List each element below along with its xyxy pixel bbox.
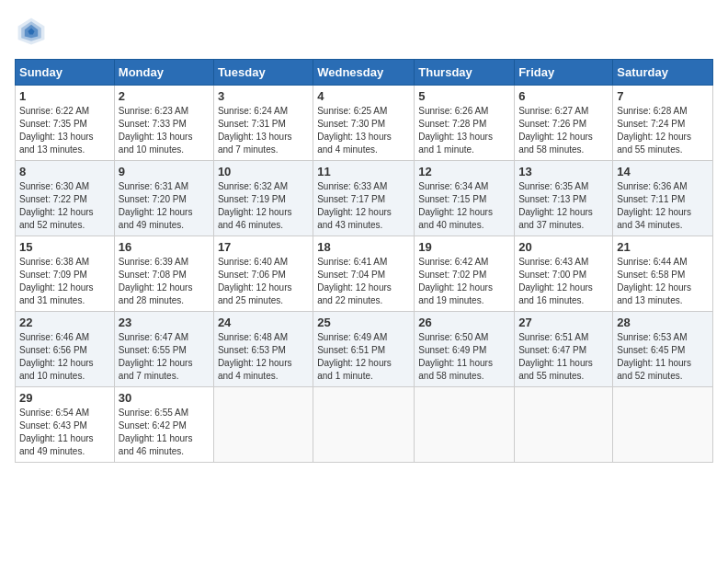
calendar-week-row: 29Sunrise: 6:54 AM Sunset: 6:43 PM Dayli… xyxy=(16,387,713,463)
day-info: Sunrise: 6:54 AM Sunset: 6:43 PM Dayligh… xyxy=(19,407,110,458)
day-info: Sunrise: 6:43 AM Sunset: 7:00 PM Dayligh… xyxy=(518,256,609,307)
logo-icon xyxy=(15,15,48,48)
day-number: 17 xyxy=(218,240,309,254)
day-number: 12 xyxy=(418,165,510,178)
calendar-week-row: 15Sunrise: 6:38 AM Sunset: 7:09 PM Dayli… xyxy=(16,236,713,312)
calendar-cell: 18Sunrise: 6:41 AM Sunset: 7:04 PM Dayli… xyxy=(313,236,415,312)
day-info: Sunrise: 6:24 AM Sunset: 7:31 PM Dayligh… xyxy=(218,105,309,156)
day-info: Sunrise: 6:55 AM Sunset: 6:42 PM Dayligh… xyxy=(119,407,210,458)
day-info: Sunrise: 6:26 AM Sunset: 7:28 PM Dayligh… xyxy=(418,105,510,156)
day-info: Sunrise: 6:51 AM Sunset: 6:47 PM Dayligh… xyxy=(518,331,609,383)
day-info: Sunrise: 6:32 AM Sunset: 7:19 PM Dayligh… xyxy=(218,180,309,232)
day-number: 1 xyxy=(19,89,110,103)
day-number: 23 xyxy=(119,316,210,329)
day-info: Sunrise: 6:44 AM Sunset: 6:58 PM Dayligh… xyxy=(617,256,709,307)
day-info: Sunrise: 6:53 AM Sunset: 6:45 PM Dayligh… xyxy=(617,331,709,383)
calendar-cell: 19Sunrise: 6:42 AM Sunset: 7:02 PM Dayli… xyxy=(415,236,515,312)
day-number: 16 xyxy=(119,240,210,254)
day-number: 8 xyxy=(19,165,110,178)
calendar-cell: 23Sunrise: 6:47 AM Sunset: 6:55 PM Dayli… xyxy=(114,312,213,387)
day-info: Sunrise: 6:47 AM Sunset: 6:55 PM Dayligh… xyxy=(119,331,210,383)
calendar-cell: 27Sunrise: 6:51 AM Sunset: 6:47 PM Dayli… xyxy=(515,312,613,387)
calendar-cell: 21Sunrise: 6:44 AM Sunset: 6:58 PM Dayli… xyxy=(613,236,713,312)
day-info: Sunrise: 6:42 AM Sunset: 7:02 PM Dayligh… xyxy=(418,256,510,307)
calendar-cell: 9Sunrise: 6:31 AM Sunset: 7:20 PM Daylig… xyxy=(114,161,213,236)
day-number: 26 xyxy=(418,316,510,329)
day-info: Sunrise: 6:38 AM Sunset: 7:09 PM Dayligh… xyxy=(19,256,110,307)
col-tuesday: Tuesday xyxy=(213,60,313,86)
calendar-cell: 3Sunrise: 6:24 AM Sunset: 7:31 PM Daylig… xyxy=(213,86,313,161)
calendar-cell xyxy=(313,387,415,463)
col-thursday: Thursday xyxy=(415,60,515,86)
day-info: Sunrise: 6:22 AM Sunset: 7:35 PM Dayligh… xyxy=(19,105,110,156)
logo xyxy=(15,15,51,48)
day-info: Sunrise: 6:23 AM Sunset: 7:33 PM Dayligh… xyxy=(119,105,210,156)
calendar-cell: 11Sunrise: 6:33 AM Sunset: 7:17 PM Dayli… xyxy=(313,161,415,236)
page-header xyxy=(15,15,713,48)
day-info: Sunrise: 6:34 AM Sunset: 7:15 PM Dayligh… xyxy=(418,180,510,232)
day-info: Sunrise: 6:49 AM Sunset: 6:51 PM Dayligh… xyxy=(317,331,410,383)
calendar-cell: 16Sunrise: 6:39 AM Sunset: 7:08 PM Dayli… xyxy=(114,236,213,312)
day-number: 5 xyxy=(418,89,510,103)
calendar-cell: 30Sunrise: 6:55 AM Sunset: 6:42 PM Dayli… xyxy=(114,387,213,463)
calendar-table: Sunday Monday Tuesday Wednesday Thursday… xyxy=(15,59,713,463)
col-saturday: Saturday xyxy=(613,60,713,86)
day-number: 13 xyxy=(518,165,609,178)
day-info: Sunrise: 6:41 AM Sunset: 7:04 PM Dayligh… xyxy=(317,256,410,307)
day-number: 27 xyxy=(518,316,609,329)
calendar-cell: 26Sunrise: 6:50 AM Sunset: 6:49 PM Dayli… xyxy=(415,312,515,387)
calendar-cell xyxy=(613,387,713,463)
calendar-cell: 25Sunrise: 6:49 AM Sunset: 6:51 PM Dayli… xyxy=(313,312,415,387)
col-friday: Friday xyxy=(515,60,613,86)
day-info: Sunrise: 6:35 AM Sunset: 7:13 PM Dayligh… xyxy=(518,180,609,232)
calendar-cell: 10Sunrise: 6:32 AM Sunset: 7:19 PM Dayli… xyxy=(213,161,313,236)
calendar-cell: 6Sunrise: 6:27 AM Sunset: 7:26 PM Daylig… xyxy=(515,86,613,161)
day-info: Sunrise: 6:46 AM Sunset: 6:56 PM Dayligh… xyxy=(19,331,110,383)
calendar-cell: 14Sunrise: 6:36 AM Sunset: 7:11 PM Dayli… xyxy=(613,161,713,236)
calendar-cell: 24Sunrise: 6:48 AM Sunset: 6:53 PM Dayli… xyxy=(213,312,313,387)
calendar-cell: 7Sunrise: 6:28 AM Sunset: 7:24 PM Daylig… xyxy=(613,86,713,161)
calendar-cell: 4Sunrise: 6:25 AM Sunset: 7:30 PM Daylig… xyxy=(313,86,415,161)
calendar-cell: 15Sunrise: 6:38 AM Sunset: 7:09 PM Dayli… xyxy=(16,236,115,312)
day-number: 14 xyxy=(617,165,709,178)
calendar-cell: 28Sunrise: 6:53 AM Sunset: 6:45 PM Dayli… xyxy=(613,312,713,387)
calendar-cell xyxy=(213,387,313,463)
day-info: Sunrise: 6:31 AM Sunset: 7:20 PM Dayligh… xyxy=(119,180,210,232)
day-number: 6 xyxy=(518,89,609,103)
col-wednesday: Wednesday xyxy=(313,60,415,86)
calendar-week-row: 1Sunrise: 6:22 AM Sunset: 7:35 PM Daylig… xyxy=(16,86,713,161)
calendar-cell: 12Sunrise: 6:34 AM Sunset: 7:15 PM Dayli… xyxy=(415,161,515,236)
day-number: 22 xyxy=(19,316,110,329)
calendar-header-row: Sunday Monday Tuesday Wednesday Thursday… xyxy=(16,60,713,86)
day-number: 28 xyxy=(617,316,709,329)
calendar-cell: 5Sunrise: 6:26 AM Sunset: 7:28 PM Daylig… xyxy=(415,86,515,161)
day-number: 15 xyxy=(19,240,110,254)
day-info: Sunrise: 6:33 AM Sunset: 7:17 PM Dayligh… xyxy=(317,180,410,232)
day-number: 18 xyxy=(317,240,410,254)
day-number: 7 xyxy=(617,89,709,103)
calendar-cell: 17Sunrise: 6:40 AM Sunset: 7:06 PM Dayli… xyxy=(213,236,313,312)
day-number: 3 xyxy=(218,89,309,103)
day-info: Sunrise: 6:28 AM Sunset: 7:24 PM Dayligh… xyxy=(617,105,709,156)
day-number: 21 xyxy=(617,240,709,254)
day-number: 29 xyxy=(19,391,110,405)
day-number: 20 xyxy=(518,240,609,254)
day-info: Sunrise: 6:50 AM Sunset: 6:49 PM Dayligh… xyxy=(418,331,510,383)
day-number: 11 xyxy=(317,165,410,178)
calendar-week-row: 8Sunrise: 6:30 AM Sunset: 7:22 PM Daylig… xyxy=(16,161,713,236)
col-monday: Monday xyxy=(114,60,213,86)
calendar-cell: 2Sunrise: 6:23 AM Sunset: 7:33 PM Daylig… xyxy=(114,86,213,161)
day-number: 4 xyxy=(317,89,410,103)
day-number: 10 xyxy=(218,165,309,178)
day-info: Sunrise: 6:25 AM Sunset: 7:30 PM Dayligh… xyxy=(317,105,410,156)
calendar-cell xyxy=(515,387,613,463)
calendar-cell: 22Sunrise: 6:46 AM Sunset: 6:56 PM Dayli… xyxy=(16,312,115,387)
calendar-week-row: 22Sunrise: 6:46 AM Sunset: 6:56 PM Dayli… xyxy=(16,312,713,387)
day-number: 25 xyxy=(317,316,410,329)
day-info: Sunrise: 6:40 AM Sunset: 7:06 PM Dayligh… xyxy=(218,256,309,307)
day-info: Sunrise: 6:30 AM Sunset: 7:22 PM Dayligh… xyxy=(19,180,110,232)
day-info: Sunrise: 6:27 AM Sunset: 7:26 PM Dayligh… xyxy=(518,105,609,156)
calendar-cell: 13Sunrise: 6:35 AM Sunset: 7:13 PM Dayli… xyxy=(515,161,613,236)
col-sunday: Sunday xyxy=(16,60,115,86)
day-info: Sunrise: 6:48 AM Sunset: 6:53 PM Dayligh… xyxy=(218,331,309,383)
